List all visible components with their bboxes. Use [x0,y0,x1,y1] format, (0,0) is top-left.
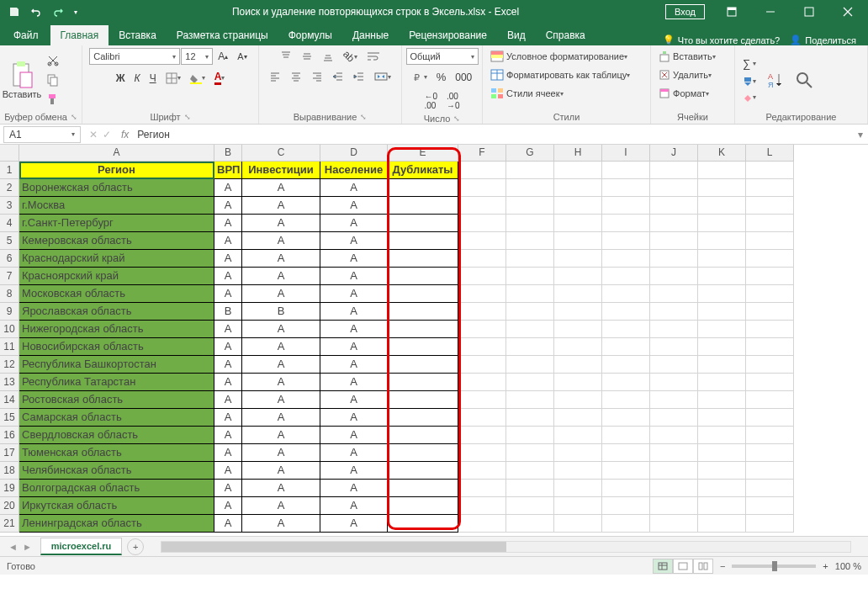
font-name-combo[interactable]: Calibri▾ [89,48,180,65]
data-cell[interactable]: A [320,338,388,356]
cell[interactable] [506,356,554,374]
page-layout-view-button[interactable] [673,559,693,574]
sheet-nav-next[interactable]: ► [23,542,32,552]
header-cell[interactable]: Население [320,162,388,179]
cell[interactable] [506,515,554,533]
normal-view-button[interactable] [653,559,673,574]
cut-button[interactable] [42,51,64,70]
format-cells-button[interactable]: Формат▾ [654,85,713,102]
cell[interactable] [458,285,506,303]
data-cell[interactable]: A [320,197,388,215]
tab-review[interactable]: Рецензирование [399,25,497,45]
cell[interactable] [650,356,698,374]
header-cell[interactable]: Дубликаты [388,162,458,179]
row-header[interactable]: 17 [0,444,19,462]
cell[interactable] [458,162,506,179]
align-dialog-launcher[interactable]: ⤡ [360,113,367,121]
data-cell[interactable]: A [320,356,388,374]
save-button[interactable] [5,3,24,21]
cell[interactable] [506,444,554,462]
cell[interactable] [506,497,554,515]
cell[interactable] [458,497,506,515]
cell[interactable] [602,444,650,462]
header-cell[interactable]: Регион [19,162,214,179]
horizontal-scrollbar[interactable] [161,541,851,553]
data-cell[interactable]: A [242,232,320,250]
fill-button[interactable]: ▾ [738,73,760,88]
cell[interactable] [506,179,554,197]
cell[interactable] [602,515,650,533]
region-cell[interactable]: Нижегородская область [19,321,214,338]
data-cell[interactable] [388,374,458,391]
column-header[interactable]: B [214,145,242,162]
region-cell[interactable]: Краснодарский край [19,250,214,268]
font-color-button[interactable]: А▾ [210,68,230,87]
cell[interactable] [746,303,794,321]
align-middle-button[interactable] [297,48,317,65]
data-cell[interactable]: A [242,462,320,480]
region-cell[interactable]: Республика Татарстан [19,374,214,391]
cell[interactable] [698,515,746,533]
increase-font-button[interactable]: A▴ [214,48,232,65]
column-header[interactable]: D [320,145,388,162]
region-cell[interactable]: Ленинградская область [19,515,214,533]
merge-center-button[interactable]: ▾ [370,68,395,85]
cell[interactable] [458,215,506,232]
data-cell[interactable]: A [320,321,388,338]
cell[interactable] [554,250,602,268]
cell[interactable] [650,497,698,515]
column-header[interactable]: J [650,145,698,162]
cell[interactable] [506,268,554,285]
cell[interactable] [746,462,794,480]
tab-formulas[interactable]: Формулы [278,25,342,45]
header-cell[interactable]: Инвестиции [242,162,320,179]
sheet-tab-active[interactable]: microexcel.ru [40,538,123,555]
cell[interactable] [506,162,554,179]
cell[interactable] [698,215,746,232]
cancel-formula-button[interactable]: ✕ [89,129,98,140]
spreadsheet-grid[interactable]: ABCDEFGHIJKL 1РегионВРПИнвестицииНаселен… [0,145,868,536]
column-header[interactable]: L [746,145,794,162]
data-cell[interactable]: A [320,480,388,497]
cell[interactable] [458,374,506,391]
cell[interactable] [650,268,698,285]
align-top-button[interactable] [276,48,296,65]
cell[interactable] [554,321,602,338]
data-cell[interactable] [388,497,458,515]
cell[interactable] [554,179,602,197]
region-cell[interactable]: Московская область [19,285,214,303]
region-cell[interactable]: Самарская область [19,409,214,427]
data-cell[interactable] [388,391,458,409]
format-as-table-button[interactable]: Форматировать как таблицу▾ [486,66,634,83]
zoom-slider[interactable] [732,565,816,568]
cell[interactable] [554,268,602,285]
cell[interactable] [746,497,794,515]
data-cell[interactable]: A [242,409,320,427]
cell[interactable] [698,480,746,497]
data-cell[interactable] [388,462,458,480]
cell[interactable] [746,197,794,215]
data-cell[interactable]: A [320,285,388,303]
data-cell[interactable] [388,197,458,215]
region-cell[interactable]: Волгоградская область [19,480,214,497]
data-cell[interactable]: A [320,427,388,444]
cell[interactable] [698,427,746,444]
data-cell[interactable]: A [214,197,242,215]
row-header[interactable]: 2 [0,179,19,197]
data-cell[interactable]: A [242,215,320,232]
fill-color-button[interactable]: ▾ [186,70,209,87]
cell[interactable] [698,462,746,480]
data-cell[interactable] [388,179,458,197]
page-break-view-button[interactable] [693,559,713,574]
row-header[interactable]: 19 [0,480,19,497]
tell-me[interactable]: 💡Что вы хотите сделать? [663,34,781,45]
cell[interactable] [746,215,794,232]
cell[interactable] [650,391,698,409]
data-cell[interactable] [388,427,458,444]
row-header[interactable]: 18 [0,462,19,480]
data-cell[interactable]: A [320,268,388,285]
cell-styles-button[interactable]: Стили ячеек▾ [486,85,568,102]
cell[interactable] [698,321,746,338]
data-cell[interactable]: A [214,444,242,462]
row-header[interactable]: 20 [0,497,19,515]
